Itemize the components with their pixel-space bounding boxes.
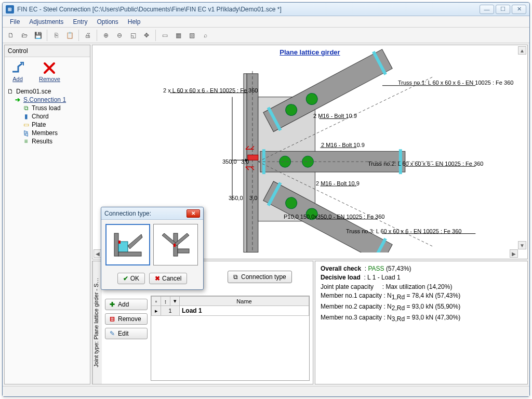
tree-truss-load[interactable]: ⧉Truss load	[7, 104, 88, 112]
zoom-fit-icon[interactable]: ⌕	[199, 29, 211, 42]
menu-help[interactable]: Help	[124, 17, 145, 26]
remove-load-button[interactable]: ⊟Remove	[105, 313, 148, 325]
svg-rect-36	[118, 241, 121, 244]
menu-options[interactable]: Options	[92, 17, 122, 26]
dim-350: 350,0	[222, 158, 237, 165]
copy-icon[interactable]: ⎘	[50, 29, 62, 42]
print-icon[interactable]: 🖨	[82, 29, 94, 42]
project-tree[interactable]: 🗋Demo01.sce ➔S.Connection 1 ⧉Truss load …	[5, 85, 90, 148]
dialog-close-button[interactable]: ✕	[187, 209, 200, 218]
view2-icon[interactable]: ▦	[172, 29, 184, 42]
label-bolt3: 2 M16 - Bolt 10.9	[316, 180, 360, 187]
connection-choice-welded[interactable]	[105, 224, 150, 265]
paste-icon[interactable]: 📋	[63, 29, 76, 42]
dim-3: 3,0	[241, 158, 249, 165]
add-connection-button[interactable]: Add	[11, 61, 24, 82]
new-icon[interactable]: 🗋	[5, 29, 17, 42]
svg-rect-35	[118, 252, 141, 256]
zoom-area-icon[interactable]: ◱	[127, 29, 139, 42]
tree-connection[interactable]: ➔S.Connection 1	[7, 96, 88, 104]
results-panel: Overall check : PASS (57,43%) Decisive l…	[315, 261, 528, 384]
label-chord: 2 x L 60 x 60 x 6 - EN 10025 : Fe 360	[163, 87, 258, 94]
control-header: Control	[5, 45, 90, 57]
control-panel: Control Add Remove 🗋Demo01.sce ➔S.Connec…	[4, 45, 90, 384]
dialog-title: Connection type:	[104, 210, 187, 217]
open-icon[interactable]: 🗁	[18, 29, 31, 42]
svg-rect-14	[248, 155, 258, 160]
add-label: Add	[12, 76, 23, 82]
close-button[interactable]: ✕	[512, 5, 526, 14]
svg-point-12	[280, 156, 291, 167]
view3-icon[interactable]: ▧	[185, 29, 198, 42]
zoom-out-icon[interactable]: ⊖	[113, 29, 126, 42]
remove-label: Remove	[39, 76, 60, 82]
edit-load-button[interactable]: ✎Edit	[105, 328, 148, 339]
app-window: ⊞ FIN EC - Steel Connection [C:\Users\Pu…	[2, 2, 530, 397]
add-load-button[interactable]: ✚Add	[105, 299, 148, 310]
label-bolt2: 2 M16 - Bolt 10.9	[321, 142, 365, 148]
remove-connection-button[interactable]: Remove	[39, 61, 60, 82]
dialog-cancel-button[interactable]: ✖Cancel	[149, 273, 187, 284]
svg-rect-38	[178, 249, 189, 253]
toolbar: 🗋 🗁 💾 ⎘ 📋 🖨 ⊕ ⊖ ◱ ✥ ▭ ▦ ▧ ⌕	[3, 28, 529, 43]
scroll-right-icon[interactable]: ▶	[510, 249, 518, 258]
connection-type-icon: ⧉	[233, 273, 238, 281]
label-truss1: Truss no.1: L 60 x 60 x 6 - EN 10025 : F…	[398, 79, 513, 86]
label-truss3: Truss no.3: L 60 x 60 x 6 - EN 10025 : F…	[346, 228, 461, 234]
scroll-down-icon[interactable]: ▼	[518, 241, 526, 249]
scroll-up-icon[interactable]: ▲	[518, 46, 526, 55]
tree-plate[interactable]: ▭Plate	[7, 121, 88, 129]
tree-members[interactable]: ⧎Members	[7, 129, 88, 137]
window-title: FIN EC - Steel Connection [C:\Users\Publ…	[17, 6, 480, 13]
load-grid[interactable]: ▫↕▾Name ▸1Load 1	[151, 296, 310, 381]
tree-results[interactable]: ≡Results	[7, 137, 88, 145]
titlebar: ⊞ FIN EC - Steel Connection [C:\Users\Pu…	[3, 3, 529, 16]
tree-chord[interactable]: ▮Chord	[7, 112, 88, 121]
connection-type-dialog: Connection type: ✕ ✔OK ✖Cancel	[101, 207, 204, 290]
svg-rect-33	[114, 233, 118, 256]
connection-choice-bolted[interactable]	[153, 224, 198, 265]
menubar: File Adjustments Entry Options Help	[3, 16, 529, 28]
app-icon: ⊞	[6, 5, 14, 14]
view1-icon[interactable]: ▭	[158, 29, 171, 42]
table-row[interactable]: ▸1Load 1	[152, 306, 309, 316]
svg-rect-39	[174, 244, 176, 247]
dim-3b: 3,0	[249, 195, 257, 201]
tree-file[interactable]: 🗋Demo01.sce	[7, 87, 88, 96]
dim-350b: 350,0	[229, 195, 243, 201]
dialog-titlebar[interactable]: Connection type: ✕	[101, 207, 203, 220]
save-icon[interactable]: 💾	[32, 29, 44, 42]
minimize-button[interactable]: —	[480, 5, 494, 14]
label-plate: P10,0 150,0x350,0 - EN 10025 : Fe 360	[284, 214, 384, 220]
connection-type-button[interactable]: ⧉ Connection type	[228, 271, 292, 283]
label-truss2: Truss no.2: L 60 x 60 x 6 - EN 10025 : F…	[368, 161, 483, 167]
maximize-button[interactable]: ☐	[496, 5, 510, 14]
svg-rect-4	[263, 49, 392, 132]
statusbar	[3, 386, 529, 396]
pan-icon[interactable]: ✥	[140, 29, 153, 42]
label-bolt1: 2 M16 - Bolt 10.9	[313, 113, 357, 119]
menu-file[interactable]: File	[6, 17, 24, 26]
dialog-ok-button[interactable]: ✔OK	[117, 273, 145, 284]
menu-entry[interactable]: Entry	[69, 17, 91, 26]
zoom-in-icon[interactable]: ⊕	[100, 29, 112, 42]
menu-adjustments[interactable]: Adjustments	[25, 17, 68, 26]
